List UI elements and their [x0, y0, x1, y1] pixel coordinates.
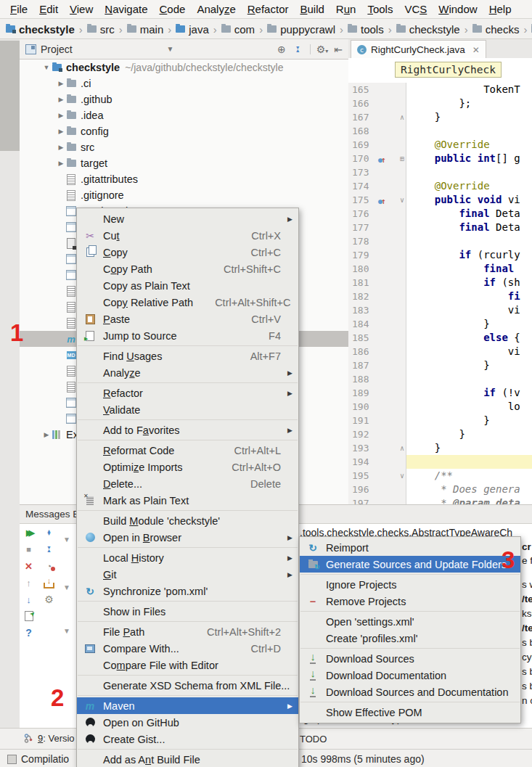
breadcrumb-item-src[interactable]: src [87, 23, 115, 36]
menu-item-open-in-browser[interactable]: Open in Browser▶ [77, 529, 298, 546]
chevron-right-icon[interactable]: ▶ [56, 128, 66, 135]
rerun-icon[interactable]: ▶▶ [22, 527, 35, 538]
menu-item-delete-[interactable]: Delete...Delete [77, 475, 298, 492]
breadcrumb-item-tools[interactable]: tools [348, 23, 384, 36]
close-tab-icon[interactable]: ✕ [472, 45, 480, 55]
tree-row--gitignore[interactable]: .gitignore [20, 187, 348, 203]
export-icon[interactable] [22, 610, 35, 622]
stripe-tab-1-project[interactable]: 1: Project [0, 41, 20, 151]
menu-item-paste[interactable]: PasteCtrl+V [77, 311, 298, 327]
menu-item-new[interactable]: New▶ [77, 210, 298, 227]
tree-node-collapse-icon[interactable]: ▼ [63, 583, 70, 591]
menu-item-compare-with-[interactable]: Compare With...Ctrl+D [77, 640, 298, 657]
breadcrumb-item-puppycrawl[interactable]: puppycrawl [267, 23, 335, 36]
chevron-right-icon[interactable]: ▶ [56, 112, 66, 119]
fold-up-icon[interactable]: ∧ [400, 441, 404, 455]
menu-item-copy-as-plain-text[interactable]: Copy as Plain Text [77, 277, 298, 294]
menu-item-add-as-ant-build-file[interactable]: Add as Ant Build File [77, 751, 298, 767]
up-icon[interactable]: ↑ [22, 577, 35, 588]
menu-item-add-to-favorites[interactable]: Add to Favorites▶ [77, 422, 298, 438]
menu-item-generate-xsd-schema-from-xml-file-[interactable]: Generate XSD Schema from XML File... [77, 677, 298, 694]
tree-row-checkstyle[interactable]: ▼checkstyle~/java/github/checkstyle/chec… [20, 60, 348, 75]
maven-item-remove-projects[interactable]: −Remove Projects [300, 593, 520, 610]
menu-item-optimize-imports[interactable]: Optimize ImportsCtrl+Alt+O [77, 459, 298, 475]
down-icon[interactable]: ↓ [22, 594, 35, 605]
stop-icon[interactable]: ■ [22, 544, 35, 555]
menu-item-validate[interactable]: Validate [77, 401, 298, 418]
fold-up-icon[interactable]: ∧ [400, 110, 404, 124]
version-control-button[interactable]: 9: Versio [24, 733, 75, 744]
menu-navigate[interactable]: Navigate [99, 3, 153, 15]
tree-row-target[interactable]: ▶target [20, 155, 348, 171]
menu-item-cut[interactable]: ✂CutCtrl+X [77, 227, 298, 244]
chevron-down-icon[interactable]: ▼ [41, 64, 52, 71]
maven-item-open-settings-xml-[interactable]: Open 'settings.xml' [300, 613, 520, 630]
menu-item-copy[interactable]: CopyCtrl+C [77, 244, 298, 261]
menu-item-find-usages[interactable]: Find UsagesAlt+F7 [77, 348, 298, 364]
breadcrumb-item-main[interactable]: main [127, 23, 164, 36]
menu-item-analyze[interactable]: Analyze▶ [77, 364, 298, 381]
collapse-all-icon[interactable] [43, 544, 55, 555]
maven-item-download-documentation[interactable]: ↓Download Documentation [300, 667, 520, 684]
menu-item-copy-path[interactable]: Copy PathCtrl+Shift+C [77, 261, 298, 277]
menu-window[interactable]: Window [433, 3, 483, 15]
maven-item-ignore-projects[interactable]: Ignore Projects [300, 576, 520, 593]
menu-item-create-gist-[interactable]: Create Gist... [77, 731, 298, 747]
tree-row--github[interactable]: ▶.github [20, 91, 348, 107]
menu-view[interactable]: View [64, 3, 99, 15]
menu-run[interactable]: Run [330, 3, 362, 15]
locate-icon[interactable]: ⊕ [277, 44, 286, 55]
menu-refactor[interactable]: Refactor [242, 3, 295, 15]
gear-icon[interactable]: ⚙▾ [316, 44, 329, 55]
menu-build[interactable]: Build [294, 3, 330, 15]
fold-down-icon[interactable]: ∨ [400, 193, 404, 207]
maven-item-create-profiles-xml-[interactable]: Create 'profiles.xml' [300, 630, 520, 647]
menu-edit[interactable]: Edit [33, 3, 64, 15]
fold-down-icon[interactable]: ∨ [400, 469, 404, 483]
editor-tab[interactable]: c RightCurlyCheck.java ✕ [351, 40, 486, 59]
menu-item-build-module-checkstyle-[interactable]: Build Module 'checkstyle' [77, 512, 298, 529]
breadcrumb-item-com[interactable]: com [221, 23, 255, 36]
tree-row--ci[interactable]: ▶.ci [20, 75, 348, 91]
menu-item-refactor[interactable]: Refactor▶ [77, 385, 298, 401]
menu-item-compare-file-with-editor[interactable]: Compare File with Editor [77, 657, 298, 673]
tree-row--idea[interactable]: ▶.idea [20, 107, 348, 123]
chevron-right-icon[interactable]: ▶ [41, 431, 52, 438]
help-icon[interactable]: ? [22, 627, 35, 639]
breadcrumb-item-checks[interactable]: checks [472, 23, 520, 36]
menu-item-git[interactable]: Git▶ [77, 566, 298, 583]
code-area[interactable]: 165 TokenT166 };167∧ }168169 @Override17… [348, 83, 532, 504]
maven-item-show-effective-pom[interactable]: Show Effective POM [300, 704, 520, 721]
maven-item-generate-sources-and-update-folders[interactable]: Generate Sources and Update Folders [300, 556, 520, 573]
menu-item-show-in-files[interactable]: Show in Files [77, 603, 298, 620]
menu-help[interactable]: Help [483, 3, 517, 15]
menu-item-jump-to-source[interactable]: Jump to SourceF4 [77, 327, 298, 344]
stripe-tab-7-structure[interactable]: 7: Structure [0, 158, 20, 225]
menu-item-maven[interactable]: mMaven▶ [77, 697, 298, 714]
menu-item-open-on-github[interactable]: Open on GitHub [77, 714, 298, 731]
maven-item-download-sources[interactable]: ↓Download Sources [300, 650, 520, 667]
chevron-right-icon[interactable]: ▶ [56, 160, 66, 167]
chevron-right-icon[interactable]: ▶ [56, 144, 66, 151]
project-view-dropdown-icon[interactable]: ▼ [167, 45, 174, 53]
maven-item-download-sources-and-documentation[interactable]: ↓Download Sources and Documentation [300, 684, 520, 700]
history-icon[interactable]: ◔ [43, 560, 55, 572]
tree-row-config[interactable]: ▶config [20, 123, 348, 139]
hide-panel-icon[interactable]: ⇤ [334, 44, 343, 55]
todo-button[interactable]: TODO [300, 734, 327, 745]
chevron-right-icon[interactable]: ▶ [56, 80, 66, 87]
breadcrumb-item-checkstyle[interactable]: checkstyle [396, 23, 460, 36]
menu-item-mark-as-plain-text[interactable]: Mark as Plain Text [77, 492, 298, 509]
menu-item-file-path[interactable]: File PathCtrl+Alt+Shift+2 [77, 623, 298, 640]
menu-file[interactable]: File [4, 3, 33, 15]
tree-node-collapse-icon[interactable]: ▼ [63, 536, 70, 544]
menu-item-copy-relative-path[interactable]: Copy Relative PathCtrl+Alt+Shift+C [77, 294, 298, 311]
chevron-right-icon[interactable]: ▶ [56, 96, 66, 103]
import-icon[interactable] [43, 577, 55, 588]
menu-analyze[interactable]: Analyze [191, 3, 241, 15]
menu-item-local-history[interactable]: Local History▶ [77, 549, 298, 566]
wrench-icon[interactable]: ⚙ [43, 594, 55, 605]
menu-item-synchronize-pom-xml-[interactable]: ↻Synchronize 'pom.xml' [77, 583, 298, 599]
menu-item-reformat-code[interactable]: Reformat CodeCtrl+Alt+L [77, 442, 298, 459]
tree-row-src[interactable]: ▶src [20, 139, 348, 155]
